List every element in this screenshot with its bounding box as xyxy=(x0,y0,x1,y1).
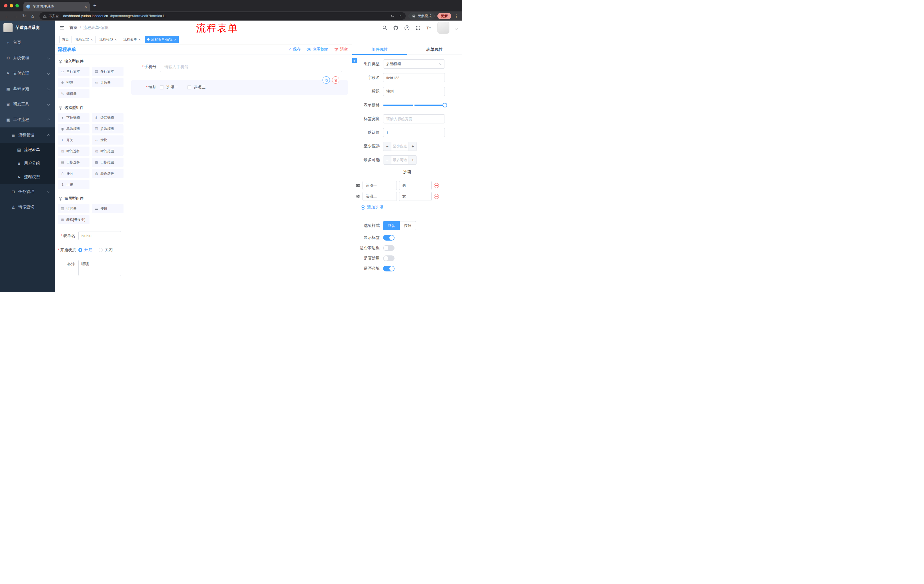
sidebar-item-home[interactable]: ⌂ 首页 xyxy=(0,35,55,50)
canvas-field-gender-selected[interactable]: 性别 选项一 选项二 xyxy=(131,80,348,95)
fullscreen-icon[interactable] xyxy=(416,25,421,31)
phone-input[interactable] xyxy=(160,62,342,72)
sidebar-item-system-management[interactable]: ⚙ 系统管理 xyxy=(0,50,55,66)
drag-handle-icon[interactable] xyxy=(356,194,360,199)
remove-option-icon[interactable] xyxy=(434,194,439,199)
maximize-window-button[interactable] xyxy=(15,4,19,7)
breadcrumb-home[interactable]: 首页 xyxy=(69,25,78,30)
component-item-cascader[interactable]: ⋔级联选择 xyxy=(92,113,124,122)
tag-process-form-edit[interactable]: 流程表单-编辑 × xyxy=(145,36,179,43)
tab-close-icon[interactable]: × xyxy=(84,5,87,9)
sidebar-item-process-management[interactable]: ≣ 流程管理 xyxy=(0,127,55,143)
component-item-date-range[interactable]: ▩日期范围 xyxy=(92,158,124,167)
tag-close-icon[interactable]: × xyxy=(139,38,141,41)
status-on-radio[interactable]: 开启 xyxy=(78,247,92,253)
component-item-single-line-text[interactable]: ▭单行文本 xyxy=(58,67,89,76)
new-tab-button[interactable]: + xyxy=(93,3,97,8)
minimize-window-button[interactable] xyxy=(10,4,13,7)
status-off-radio[interactable]: 关闭 xyxy=(99,247,113,253)
forward-button[interactable]: → xyxy=(12,14,20,18)
decrease-button[interactable]: − xyxy=(383,142,391,151)
back-button[interactable]: ← xyxy=(3,14,11,18)
increase-button[interactable]: + xyxy=(409,156,417,164)
style-default-button[interactable]: 默认 xyxy=(383,221,400,230)
border-toggle[interactable] xyxy=(383,245,394,251)
help-icon[interactable]: ? xyxy=(404,25,410,31)
copy-component-button[interactable] xyxy=(322,76,330,84)
disabled-toggle[interactable] xyxy=(383,255,394,261)
browser-update-button[interactable]: 更新 xyxy=(437,13,451,19)
form-canvas[interactable]: 手机号 性别 选项一 选 xyxy=(127,55,352,292)
component-item-date-picker[interactable]: ▦日期选择 xyxy=(58,158,89,167)
browser-menu-icon[interactable]: ⋮ xyxy=(454,13,459,19)
sidebar-logo[interactable]: 芋道管理系统 xyxy=(0,21,55,35)
drag-handle-icon[interactable] xyxy=(356,183,360,188)
option-2-label-input[interactable] xyxy=(363,192,397,201)
sidebar-item-task-management[interactable]: ⊟ 任务管理 xyxy=(0,184,55,199)
tag-home[interactable]: 首页 xyxy=(59,36,71,43)
component-item-switch[interactable]: ◐开关 xyxy=(58,135,89,145)
component-item-rate[interactable]: ☆评分 xyxy=(58,169,89,178)
component-item-row-container[interactable]: ▥行容器 xyxy=(58,204,89,213)
browser-tab[interactable]: 芋道管理系统 × xyxy=(23,2,90,12)
tag-close-icon[interactable]: × xyxy=(174,38,177,41)
component-item-button[interactable]: ▬按钮 xyxy=(92,204,124,213)
component-item-checkbox-group[interactable]: ☑多选框组 xyxy=(92,124,124,133)
clear-button[interactable]: 清空 xyxy=(334,47,348,52)
decrease-button[interactable]: − xyxy=(383,156,391,164)
component-item-counter[interactable]: 123计数器 xyxy=(92,78,124,87)
slider-handle[interactable] xyxy=(442,103,447,107)
component-item-upload[interactable]: ↥上传 xyxy=(58,180,89,189)
sidebar-item-infrastructure[interactable]: ▦ 基础设施 xyxy=(0,81,55,97)
sidebar-item-process-form[interactable]: ▤ 流程表单 xyxy=(0,143,55,156)
delete-component-button[interactable] xyxy=(332,76,339,84)
tag-process-model[interactable]: 流程模型 × xyxy=(97,36,119,43)
required-toggle[interactable] xyxy=(383,266,394,271)
sidebar-item-workflow[interactable]: ▣ 工作流程 xyxy=(0,112,55,127)
component-item-time-picker[interactable]: ◷时间选择 xyxy=(58,146,89,156)
view-json-button[interactable]: 查看json xyxy=(307,47,328,52)
form-grid-slider[interactable] xyxy=(383,100,445,110)
collapse-sidebar-icon[interactable] xyxy=(59,25,65,31)
form-remark-textarea[interactable]: 嘿嘿 xyxy=(78,260,121,276)
search-icon[interactable] xyxy=(382,25,388,31)
link-icon-button[interactable] xyxy=(352,58,357,63)
form-name-input[interactable] xyxy=(78,231,121,240)
sidebar-item-process-model[interactable]: ➤ 流程模型 xyxy=(0,170,55,184)
component-type-select[interactable]: 多选框组 xyxy=(383,59,445,69)
increase-button[interactable]: + xyxy=(409,142,417,151)
show-label-toggle[interactable] xyxy=(383,235,394,240)
password-key-icon[interactable] xyxy=(390,14,394,18)
tab-form-properties[interactable]: 表单属性 xyxy=(407,44,462,54)
sidebar-item-dev-tools[interactable]: ⊞ 研发工具 xyxy=(0,97,55,112)
component-item-password[interactable]: ⊛密码 xyxy=(58,78,89,87)
tab-component-properties[interactable]: 组件属性 xyxy=(352,44,407,54)
style-button-button[interactable]: 按钮 xyxy=(400,221,416,230)
component-item-radio-group[interactable]: ◉单选框组 xyxy=(58,124,89,133)
title-input[interactable] xyxy=(383,87,445,96)
tag-process-form[interactable]: 流程表单 × xyxy=(120,36,143,43)
field-name-input[interactable] xyxy=(383,73,445,82)
component-item-select[interactable]: ▾下拉选择 xyxy=(58,113,89,122)
address-bar[interactable]: 不安全 dashboard.yudao.iocoder.cn /bpm/mana… xyxy=(40,12,406,20)
sidebar-item-payment-management[interactable]: ¥ 支付管理 xyxy=(0,66,55,81)
tag-close-icon[interactable]: × xyxy=(91,38,93,41)
gender-option-1-checkbox[interactable]: 选项一 xyxy=(160,85,178,90)
max-select-placeholder[interactable]: 最多可选 xyxy=(391,156,409,164)
remove-option-icon[interactable] xyxy=(434,183,439,188)
component-item-table[interactable]: ⊞表格[开发中] xyxy=(58,215,89,224)
sidebar-item-leave-query[interactable]: ♙ 请假查询 xyxy=(0,199,55,215)
component-item-slider[interactable]: ↔滑块 xyxy=(92,135,124,145)
component-item-time-range[interactable]: ◴时间范围 xyxy=(92,146,124,156)
component-item-color-picker[interactable]: ◍颜色选择 xyxy=(92,169,124,178)
font-size-icon[interactable]: TT xyxy=(427,25,431,30)
min-select-placeholder[interactable]: 至少应选 xyxy=(391,142,409,151)
sidebar-item-user-group[interactable]: ♟ 用户分组 xyxy=(0,156,55,170)
reload-button[interactable]: ↻ xyxy=(20,13,28,18)
avatar[interactable] xyxy=(437,22,449,34)
default-value-input[interactable] xyxy=(383,128,445,137)
gender-option-2-checkbox[interactable]: 选项二 xyxy=(187,85,206,90)
github-icon[interactable] xyxy=(393,25,399,31)
avatar-caret-icon[interactable] xyxy=(455,28,458,30)
close-window-button[interactable] xyxy=(4,4,7,7)
